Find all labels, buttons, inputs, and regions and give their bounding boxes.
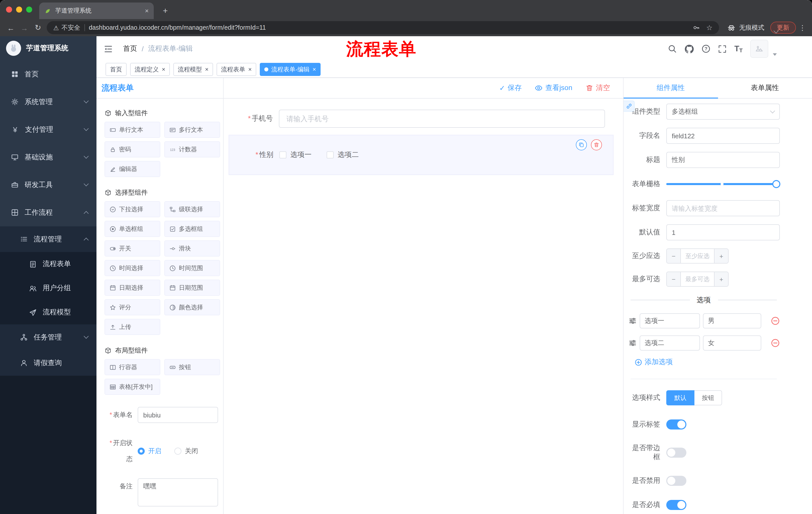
palette-item-date-range[interactable]: 日期范围 (164, 280, 220, 296)
option-1-value-input[interactable] (703, 313, 761, 328)
palette-item-upload[interactable]: 上传 (105, 319, 160, 335)
phone-input[interactable] (279, 110, 605, 128)
drag-handle-icon[interactable] (629, 317, 637, 325)
min-select-input[interactable] (681, 249, 714, 263)
sidebar-item-devtools[interactable]: 研发工具 (0, 171, 96, 199)
option-1-name-input[interactable] (640, 313, 700, 328)
pin-panel-button[interactable] (624, 101, 635, 112)
palette-item-password[interactable]: 密码 (105, 141, 160, 157)
palette-item-single-line-text[interactable]: 单行文本 (105, 122, 160, 138)
title-input[interactable] (666, 152, 780, 168)
palette-item-counter[interactable]: 计数器 (164, 141, 220, 157)
sidebar-item-process-model[interactable]: 流程模型 (0, 300, 96, 324)
palette-item-time-range[interactable]: 时间范围 (164, 260, 220, 276)
increase-button[interactable]: + (714, 249, 728, 263)
window-minimize-button[interactable] (16, 6, 22, 12)
sidebar-item-process-form[interactable]: 流程表单 (0, 252, 96, 276)
canvas-field-gender-selected[interactable]: *性别 选项一 选项二 (229, 135, 613, 175)
add-option-button[interactable]: 添加选项 (635, 358, 780, 367)
canvas-field-phone[interactable]: *手机号 (229, 110, 605, 128)
new-tab-button[interactable]: + (159, 4, 172, 18)
max-select-input[interactable] (681, 272, 714, 286)
border-switch[interactable] (666, 448, 686, 458)
tag-process-form-edit[interactable]: 流程表单-编辑 × (260, 63, 321, 76)
palette-item-switch[interactable]: 开关 (105, 240, 160, 256)
style-button-button[interactable]: 按钮 (694, 390, 722, 405)
option-2-value-input[interactable] (703, 335, 761, 351)
status-off-radio[interactable]: 关闭 (174, 447, 198, 456)
decrease-button[interactable]: − (667, 272, 681, 286)
delete-field-button[interactable] (591, 139, 602, 151)
palette-item-color-picker[interactable]: 颜色选择 (164, 299, 220, 315)
browser-menu-icon[interactable]: ⋮ (798, 24, 807, 32)
reload-button[interactable]: ↻ (31, 21, 45, 34)
palette-item-row-container[interactable]: 行容器 (105, 359, 160, 375)
bookmark-star-icon[interactable]: ☆ (706, 24, 713, 32)
forward-button[interactable]: → (18, 21, 31, 34)
clear-button[interactable]: 清空 (585, 83, 610, 92)
show-label-switch[interactable] (666, 420, 686, 430)
tab-close-icon[interactable]: × (145, 7, 149, 15)
sidebar-item-task-management[interactable]: 任务管理 (0, 324, 96, 350)
window-close-button[interactable] (6, 6, 12, 12)
palette-item-date-picker[interactable]: 日期选择 (105, 280, 160, 296)
style-default-button[interactable]: 默认 (666, 390, 694, 405)
tab-component-properties[interactable]: 组件属性 (624, 78, 718, 98)
sidebar-item-payment[interactable]: ¥ 支付管理 (0, 116, 96, 143)
palette-item-rate[interactable]: 评分 (105, 299, 160, 315)
browser-update-button[interactable]: 更新 (770, 22, 796, 34)
option-2-name-input[interactable] (640, 335, 700, 351)
palette-item-radio-group[interactable]: 单选框组 (105, 221, 160, 237)
save-button[interactable]: ✓ 保存 (499, 83, 522, 92)
tag-close-icon[interactable]: × (162, 66, 165, 73)
palette-item-select[interactable]: 下拉选择 (105, 201, 160, 217)
breadcrumb-home[interactable]: 首页 (123, 44, 137, 53)
form-grid-slider[interactable] (666, 176, 780, 192)
field-name-input[interactable] (666, 128, 780, 144)
tag-close-icon[interactable]: × (248, 66, 252, 73)
sidebar-item-workflow[interactable]: 工作流程 (0, 199, 96, 226)
tab-form-properties[interactable]: 表单属性 (718, 78, 812, 98)
fullscreen-icon[interactable] (718, 45, 727, 53)
palette-item-button[interactable]: 按钮 (164, 359, 220, 375)
sidebar-item-process-management[interactable]: 流程管理 (0, 226, 96, 252)
password-key-icon[interactable] (693, 24, 700, 31)
sidebar-item-user-group[interactable]: 用户分组 (0, 276, 96, 300)
gender-option-1-checkbox[interactable]: 选项一 (279, 151, 312, 159)
component-type-select[interactable] (666, 104, 780, 120)
label-width-input[interactable] (666, 200, 780, 216)
sidebar-item-system[interactable]: 系统管理 (0, 88, 96, 116)
sidebar-item-leave-query[interactable]: 请假查询 (0, 350, 96, 376)
remark-textarea[interactable]: 嘿嘿 (138, 478, 218, 507)
required-switch[interactable] (666, 500, 686, 510)
palette-item-multiline-text[interactable]: 多行文本 (164, 122, 220, 138)
tag-process-model[interactable]: 流程模型 × (173, 63, 213, 76)
palette-item-cascader[interactable]: 级联选择 (164, 201, 220, 217)
decrease-button[interactable]: − (667, 249, 681, 263)
security-status[interactable]: ⚠ 不安全 (53, 23, 80, 32)
tag-close-icon[interactable]: × (205, 66, 208, 73)
drag-handle-icon[interactable] (629, 339, 637, 347)
tag-process-definition[interactable]: 流程定义 × (130, 63, 170, 76)
remove-option-2-button[interactable] (771, 339, 780, 348)
sidebar-item-home[interactable]: 首页 (0, 60, 96, 88)
avatar[interactable] (750, 40, 768, 58)
address-bar[interactable]: ⚠ 不安全 dashboard.yudao.iocoder.cn/bpm/man… (47, 21, 719, 34)
tag-close-icon[interactable]: × (313, 66, 316, 73)
gender-option-2-checkbox[interactable]: 选项二 (327, 151, 359, 159)
palette-item-slider[interactable]: 滑块 (164, 240, 220, 256)
github-icon[interactable] (685, 44, 694, 54)
default-value-input[interactable] (666, 224, 780, 240)
disabled-switch[interactable] (666, 476, 686, 486)
palette-item-checkbox-group[interactable]: 多选框组 (164, 221, 220, 237)
form-name-input[interactable] (138, 407, 218, 423)
window-maximize-button[interactable] (26, 6, 32, 12)
help-icon[interactable] (702, 44, 711, 53)
view-json-button[interactable]: 查看json (535, 83, 572, 92)
remove-option-1-button[interactable] (771, 316, 780, 325)
slider-handle[interactable] (772, 180, 780, 188)
browser-tab[interactable]: 芋道管理系统 × (39, 2, 154, 19)
duplicate-field-button[interactable] (576, 139, 587, 151)
palette-item-table[interactable]: 表格[开发中] (105, 379, 160, 395)
sidebar-item-infrastructure[interactable]: 基础设施 (0, 143, 96, 171)
